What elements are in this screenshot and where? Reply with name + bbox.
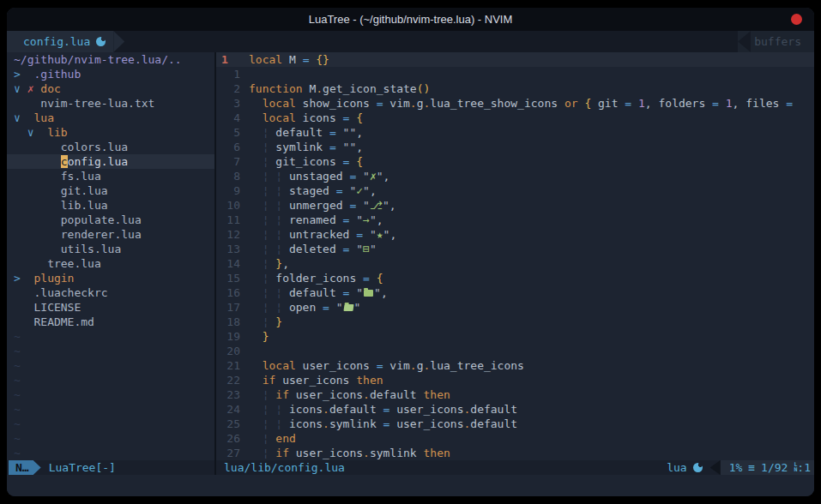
code-text: ¦ ¦ unstaged = "✗", [249,169,814,183]
empty-line-tilde: ~ [7,431,214,446]
code-line[interactable]: 1 [216,67,814,81]
indent-guide: ¦ [263,170,269,183]
code-line[interactable]: 20 [216,344,814,358]
code-line[interactable]: 13 ¦ ¦ deleted = "⊟" [216,242,814,256]
code-text: local show_icons = vim.g.lua_tree_show_i… [249,96,814,111]
relative-line-number: 6 [216,140,249,154]
indent-guide: ¦ [263,184,269,197]
code-line[interactable]: 9 ¦ ¦ staged = "✓", [216,183,814,198]
code-line[interactable]: 10 ¦ ¦ unmerged = "⎇", [216,198,814,213]
code-line[interactable]: 27 ¦ if user_icons.symlink then [216,446,814,460]
code-line[interactable]: 21 local user_icons = vim.g.lua_tree_ico… [216,358,814,373]
indent-guide: ¦ [275,301,282,314]
tree-item[interactable]: > .github [7,67,214,81]
code-line[interactable]: 19 } [216,329,814,344]
code-line[interactable]: 22 if user_icons then [216,373,814,387]
tree-item[interactable]: .luacheckrc [7,285,214,300]
tab-config-lua[interactable]: config.lua [7,31,113,52]
string-glyph-icon: ★ [377,228,383,241]
relative-line-number: 8 [216,169,249,183]
file-tree: ~/github/nvim-tree.lua/..> .github∨ ✗ do… [7,52,214,460]
code-line[interactable]: 23 ¦ if user_icons.default then [216,387,814,402]
empty-line-tilde: ~ [7,387,214,402]
tree-item[interactable]: ∨ lib [7,125,214,140]
command-line[interactable] [7,475,814,496]
code-text: ¦ git_icons = { [249,154,814,169]
tree-item[interactable]: lib.lua [7,198,214,213]
code-line[interactable]: 12 ¦ ¦ untracked = "★", [216,227,814,242]
code-line[interactable]: 2function M.get_icon_state() [216,81,814,96]
indent-guide: ¦ [263,199,269,212]
statusline-tree-section: N… LuaTree[-] [7,460,214,475]
tree-item[interactable]: ∨ ✗ doc [7,81,214,96]
code-text: ¦ }, [249,256,814,271]
code-text: ¦ ¦ icons.symlink = user_icons.default [249,417,814,431]
tree-item[interactable]: > plugin [7,271,214,285]
code-line[interactable]: 24 ¦ ¦ icons.default = user_icons.defaul… [216,402,814,417]
code-line[interactable]: 26 ¦ end [216,431,814,446]
tree-item-selected[interactable]: config.lua [7,154,214,169]
code-text: ¦ symlink = "", [249,140,814,154]
code-line[interactable]: 16 ¦ ¦ default = "", [216,285,814,300]
relative-line-number: 4 [216,111,249,125]
statusline-editor-section: lua/lib/config.lua lua 1% ≡ 1/92 LN :1 [216,460,814,475]
code-line[interactable]: 15 ¦ folder_icons = { [216,271,814,285]
empty-line-tilde: ~ [7,417,214,431]
tree-item[interactable]: nvim-tree-lua.txt [7,96,214,111]
code-line[interactable]: 17 ¦ ¦ open = "" [216,300,814,315]
code-line[interactable]: 25 ¦ ¦ icons.symlink = user_icons.defaul… [216,417,814,431]
chevron-down-icon: ∨ [14,111,21,124]
code-line[interactable]: 5 ¦ default = "", [216,125,814,140]
lua-icon [693,463,703,472]
tree-item[interactable]: git.lua [7,183,214,198]
relative-line-number: 3 [216,96,249,111]
tree-item[interactable]: README.md [7,315,214,329]
code-line[interactable]: 3 local show_icons = vim.g.lua_tree_show… [216,96,814,111]
code-text: local user_icons = vim.g.lua_tree_icons [249,358,814,373]
indent-guide: ¦ [263,447,269,459]
indent-guide: ¦ [263,243,269,255]
indent-guide: ¦ [275,170,282,183]
filetype-label: lua [667,460,686,475]
code-text: ¦ ¦ untracked = "★", [249,227,814,242]
relative-line-number: 17 [216,300,249,315]
lua-icon [96,37,106,46]
tree-item[interactable]: ~/github/nvim-tree.lua/.. [7,52,214,67]
code-line[interactable]: 8 ¦ ¦ unstaged = "✗", [216,169,814,183]
tree-item[interactable]: ∨ lua [7,111,214,125]
string-glyph-icon: ⊟ [363,243,370,255]
relative-line-number: 27 [216,446,249,460]
empty-line-tilde: ~ [7,358,214,373]
code-text: if user_icons then [249,373,814,387]
tree-item[interactable]: fs.lua [7,169,214,183]
tree-item[interactable]: renderer.lua [7,227,214,242]
code-line[interactable]: 1local M = {} [216,52,814,67]
buffers-segment[interactable]: buffers [738,31,814,52]
code-text: ¦ ¦ icons.default = user_icons.default [249,402,814,417]
tree-item[interactable]: tree.lua [7,256,214,271]
indent-guide: ¦ [263,126,269,139]
string-glyph-icon: ✓ [356,184,363,197]
empty-line-tilde: ~ [7,329,214,344]
code-line[interactable]: 4 local icons = { [216,111,814,125]
code-line[interactable]: 6 ¦ symlink = "", [216,140,814,154]
statusline-arrow-separator [710,460,721,475]
tree-item[interactable]: populate.lua [7,213,214,227]
code-line[interactable]: 14 ¦ }, [216,256,814,271]
code-line[interactable]: 11 ¦ ¦ renamed = "→", [216,213,814,227]
indent-guide: ¦ [263,432,269,445]
code-line[interactable]: 7 ¦ git_icons = { [216,154,814,169]
tree-item[interactable]: colors.lua [7,140,214,154]
code-line[interactable]: 18 ¦ } [216,315,814,329]
indent-guide: ¦ [263,286,269,299]
tree-item[interactable]: LICENSE [7,300,214,315]
close-button[interactable] [791,14,802,25]
block-cursor: c [61,155,68,168]
tree-item[interactable]: utils.lua [7,242,214,256]
code-text [249,344,814,358]
relative-line-number: 16 [216,285,249,300]
relative-line-number: 1 [216,67,249,81]
chevron-right-icon: > [14,272,21,285]
statusline: N… LuaTree[-] lua/lib/config.lua lua 1% … [7,460,814,475]
relative-line-number: 5 [216,125,249,140]
